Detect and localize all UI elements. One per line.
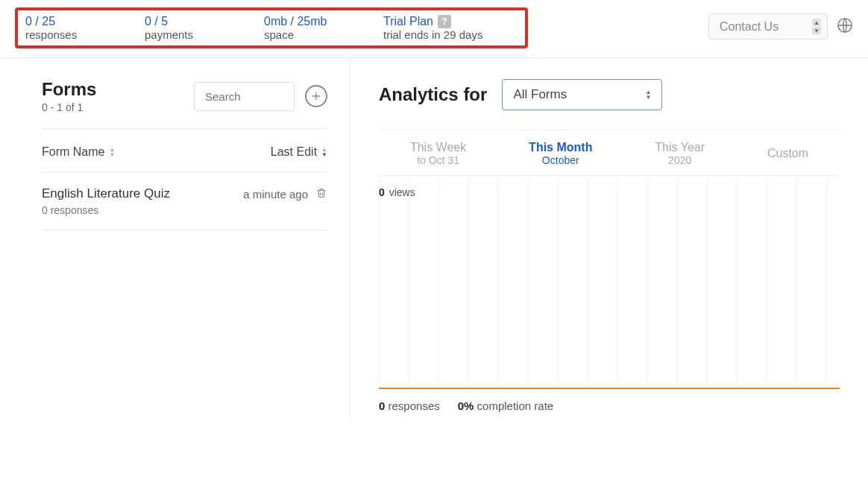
top-bar: 0 / 25 responses 0 / 5 payments 0mb / 25… [0,0,868,58]
stat-payments-label: payments [145,28,227,41]
sort-icon [321,147,327,157]
tab-this-week[interactable]: This Week to Oct 31 [410,141,466,166]
stat-completion: 0% completion rate [458,400,553,412]
stat-responses-label: responses [25,28,107,41]
search-input[interactable] [194,82,295,111]
contact-us-dropdown[interactable]: Contact Us ▲▼ [708,13,828,40]
forms-table-header: Form Name Last Edit [42,129,327,173]
views-chart: 0 views [379,180,840,389]
top-right-controls: Contact Us ▲▼ [708,13,853,40]
stat-payments: 0 / 5 payments [145,15,227,41]
forms-header: Forms 0 - 1 of 1 [42,79,327,129]
help-icon[interactable]: ? [438,15,451,28]
form-edited: a minute ago [243,188,308,200]
stat-payments-value: 0 / 5 [145,15,227,28]
stat-responses: 0 / 25 responses [25,15,107,41]
analytics-pane: Analytics for All Forms This Week to Oct… [350,58,868,423]
tab-this-year[interactable]: This Year 2020 [655,141,705,166]
views-label: 0 views [379,186,415,198]
column-last-edit[interactable]: Last Edit [271,145,327,159]
bottom-stats: 0 responses 0% completion rate [379,389,840,423]
stat-plan-title: Trial Plan [383,15,433,28]
contact-us-label: Contact Us [720,20,779,34]
form-name: English Literature Quiz [42,186,170,201]
forms-range: 0 - 1 of 1 [42,101,96,113]
analytics-title: Analytics for [379,84,487,105]
forms-pane: Forms 0 - 1 of 1 Form Name Last Edit [0,58,350,423]
dropdown-stepper-icon: ▲▼ [812,19,821,34]
stat-space: 0mb / 25mb space [264,15,346,41]
usage-stats-box: 0 / 25 responses 0 / 5 payments 0mb / 25… [15,7,528,48]
add-form-button[interactable] [305,85,327,107]
forms-title: Forms [42,79,96,100]
stat-responses-value: 0 / 25 [25,15,107,28]
stat-responses-bottom: 0 responses [379,400,440,412]
tab-custom[interactable]: Custom [767,141,808,166]
stat-plan-sub: trial ends in 29 days [383,28,503,41]
stat-space-value: 0mb / 25mb [264,15,346,28]
column-form-name[interactable]: Form Name [42,145,115,159]
tab-this-month[interactable]: This Month October [529,141,592,166]
trash-icon[interactable] [315,186,327,202]
analytics-header: Analytics for All Forms [379,79,840,130]
period-tabs: This Week to Oct 31 This Month October T… [379,130,840,176]
form-select-dropdown[interactable]: All Forms [502,79,662,110]
form-row[interactable]: English Literature Quiz 0 responses a mi… [42,173,327,230]
stat-plan: Trial Plan ? trial ends in 29 days [383,15,503,41]
stat-space-label: space [264,28,346,41]
chevron-updown-icon [645,89,651,100]
sort-icon [109,147,115,157]
form-select-value: All Forms [513,87,567,102]
form-responses: 0 responses [42,204,170,216]
globe-icon[interactable] [837,17,853,37]
main-area: Forms 0 - 1 of 1 Form Name Last Edit [0,58,868,423]
